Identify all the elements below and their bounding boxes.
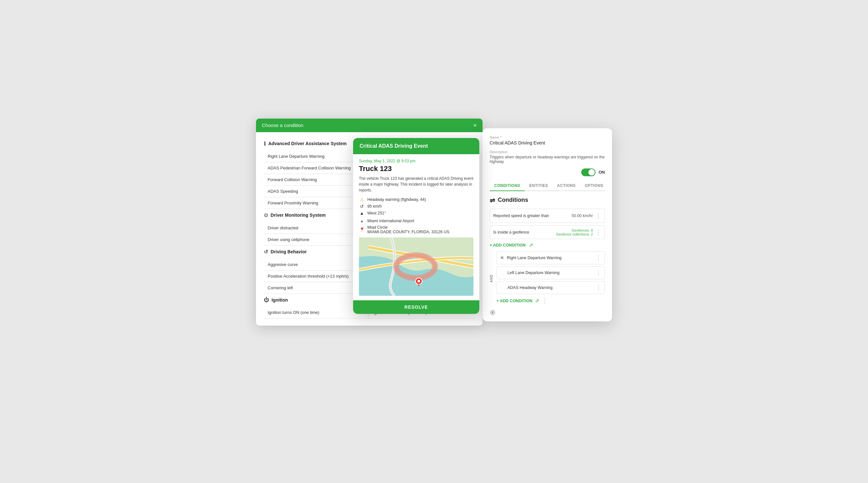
conditions-section-title: ⇌ Conditions: [490, 196, 605, 204]
speed-icon: ↺: [359, 204, 365, 209]
condition-item-label: ADAS Headway Warning: [507, 285, 553, 290]
and-label: AND: [490, 274, 493, 282]
tab-entities[interactable]: ENTITIES: [525, 181, 553, 191]
adas-direction-row: ▲ West 251°: [359, 210, 473, 216]
desc-label: Description: [490, 150, 605, 154]
geo-values: Geofences: 0 Geofence collections: 2: [556, 228, 593, 236]
item-more-icon[interactable]: ⋮: [595, 254, 601, 261]
conditions-tabs: CONDITIONS ENTITIES ACTIONS OPTIONS: [490, 181, 605, 191]
adas-warning-text: Headway warning (ftghdway, 44): [367, 197, 426, 202]
adas-direction: West 251°: [367, 211, 386, 216]
geofence-row: Is inside a geofence Geofences: 0 Geofen…: [490, 225, 605, 239]
tab-actions[interactable]: ACTIONS: [553, 181, 580, 191]
toggle-label: ON: [599, 170, 605, 175]
resolve-button[interactable]: RESOLVE: [353, 300, 479, 314]
dms-icon: ⊙: [264, 212, 268, 218]
adas-address-row: 📍 Miad Circle MIAMI-DADE COUNTY, FLORIDA…: [359, 225, 473, 234]
speed-value: 50.00 km/hr: [571, 214, 593, 218]
share-icon[interactable]: ⇗: [529, 242, 533, 248]
adas-title-header: Critical ADAS Driving Event: [360, 143, 428, 149]
item-more-icon[interactable]: ⋮: [595, 269, 601, 276]
add-condition-section: + ADD CONDITION ⇗ ⋮: [496, 296, 605, 306]
warning-icon: ⚠: [359, 197, 365, 202]
ignition-icon: ⏻: [264, 297, 269, 303]
remove-icon[interactable]: ✕: [500, 255, 504, 261]
bottom-info: ℹ: [490, 310, 605, 315]
name-label: Name *: [490, 135, 605, 139]
geo-col-count: Geofence collections: 2: [556, 232, 593, 236]
and-or-section: AND ✕ Right Lane Departure Warning ⋮ Lef…: [490, 251, 605, 306]
geo-more-icon[interactable]: ⋮: [595, 229, 601, 236]
geo-count: Geofences: 0: [556, 228, 593, 232]
adas-description: The vehicle Truck 123 has generated a cr…: [359, 176, 473, 193]
add-condition-button[interactable]: + ADD CONDITION: [490, 242, 526, 249]
item-more-icon[interactable]: ⋮: [595, 284, 601, 291]
name-value: Critical ADAS Driving Event: [490, 140, 605, 145]
condition-item-label: Right Lane Departure Warning: [507, 256, 561, 260]
modal-title: Choose a condition: [262, 122, 303, 128]
conditions-icon: ⇌: [490, 196, 495, 204]
add-more-icon[interactable]: ⋮: [542, 297, 548, 305]
geo-label: Is inside a geofence: [493, 230, 529, 234]
driving-icon: ↺: [264, 249, 268, 255]
pin-icon: 📍: [359, 227, 365, 232]
adas-header: Critical ADAS Driving Event: [353, 138, 479, 154]
info-circle-icon: ℹ: [490, 310, 495, 315]
tab-options[interactable]: OPTIONS: [580, 181, 608, 191]
condition-item-row: Left Lane Departure Warning ⋮: [496, 266, 605, 279]
condition-item-row: ADAS Headway Warning ⋮: [496, 281, 605, 294]
conditions-panel: Name * Critical ADAS Driving Event Descr…: [483, 128, 612, 321]
adas-location-name: Miami International Airport: [367, 219, 414, 223]
adas-location-row: ⬧ Miami International Airport: [359, 218, 473, 224]
adas-address: Miad Circle MIAMI-DADE COUNTY, FLORIDA, …: [367, 225, 449, 234]
condition-items-list: ✕ Right Lane Departure Warning ⋮ Left La…: [496, 251, 605, 306]
adas-date: Sunday, May 1, 2022 @ 9:53 pm: [359, 159, 473, 163]
modal-header: Choose a condition ×: [256, 119, 483, 132]
adas-body: Sunday, May 1, 2022 @ 9:53 pm Truck 123 …: [353, 154, 479, 300]
adas-warning-row: ⚠ Headway warning (ftghdway, 44): [359, 197, 473, 202]
speed-condition-row: Reported speed is greater than 50.00 km/…: [490, 209, 605, 223]
on-off-toggle[interactable]: [581, 168, 595, 176]
close-icon[interactable]: ×: [473, 122, 477, 128]
adas-vehicle: Truck 123: [359, 165, 473, 173]
speed-label: Reported speed is greater than: [493, 214, 549, 218]
name-field: Name * Critical ADAS Driving Event: [490, 135, 605, 145]
condition-item-row: ✕ Right Lane Departure Warning ⋮: [496, 251, 605, 264]
description-field: Description Triggers when departure or h…: [490, 150, 605, 164]
toggle-row: ON: [490, 168, 605, 176]
condition-item-label: Left Lane Departure Warning: [507, 271, 560, 275]
adas-speed-row: ↺ 95 km/h: [359, 204, 473, 209]
info-icon: ℹ: [264, 141, 266, 147]
share-icon-2[interactable]: ⇗: [535, 298, 539, 304]
adas-event-modal: Critical ADAS Driving Event Sunday, May …: [353, 138, 479, 314]
adas-speed: 95 km/h: [367, 204, 381, 209]
svg-point-4: [417, 280, 420, 282]
add-condition-button-2[interactable]: + ADD CONDITION: [496, 297, 532, 305]
location-icon: ⬧: [359, 218, 365, 224]
desc-value: Triggers when departure or headway warni…: [490, 155, 605, 164]
speed-more-icon[interactable]: ⋮: [595, 212, 601, 219]
direction-icon: ▲: [359, 210, 365, 216]
adas-map: [359, 237, 473, 296]
tab-conditions[interactable]: CONDITIONS: [490, 181, 525, 191]
